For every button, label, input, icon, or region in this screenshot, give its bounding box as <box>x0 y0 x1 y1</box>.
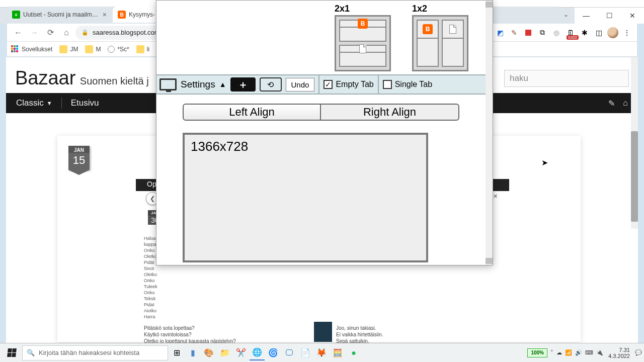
ext-icon[interactable]: ⧉ <box>536 27 548 39</box>
bookmark-jm[interactable]: JM <box>59 45 78 53</box>
thumbnail <box>314 322 332 342</box>
tabresize-overlay: 2x1 B 1x2 B Settings ▲ ＋ ⟲ Undo ✓Empty T… <box>156 0 493 265</box>
ext-icon[interactable]: ◎ <box>550 27 562 39</box>
undo-button[interactable]: Undo <box>286 78 315 92</box>
maximize-button[interactable]: ☐ <box>598 8 621 24</box>
taskbar-app[interactable]: ▮ <box>185 345 200 360</box>
date-badge: JAN 15 <box>68 146 90 170</box>
chevron-up-icon[interactable]: ▲ <box>219 80 226 88</box>
add-button[interactable]: ＋ <box>230 77 256 92</box>
blog-title[interactable]: Bazaar <box>15 67 75 88</box>
home-button[interactable]: ⌂ <box>59 26 73 40</box>
forward-button[interactable]: → <box>27 26 41 40</box>
close-button[interactable]: ✕ <box>621 8 644 24</box>
search-icon: 🔍 <box>27 349 35 356</box>
bookmark-m[interactable]: M <box>85 45 101 53</box>
single-tab-checkbox[interactable]: Single Tab <box>383 80 432 89</box>
taskbar: 🔍Kirjoita tähän hakeaksesi kohteista ⊞ ▮… <box>0 343 644 362</box>
empty-tab-checkbox[interactable]: ✓Empty Tab <box>324 80 373 89</box>
bottom-text: Pitäiskö sota lopettaa?Käytkö ravintoloi… <box>144 325 236 343</box>
power-icon[interactable]: 🔌 <box>596 349 603 356</box>
right-bottom-text: Joo, sinun takiasi.Ei vaikka hirtettäisi… <box>336 325 383 343</box>
left-align-button[interactable]: Left Align <box>183 104 321 121</box>
menu-icon[interactable]: ⋮ <box>621 27 633 39</box>
notifications-icon[interactable]: 💬 <box>635 349 642 356</box>
battery-indicator[interactable]: 100% <box>527 348 547 357</box>
taskbar-app[interactable]: 🧮 <box>330 345 345 360</box>
start-button[interactable] <box>2 343 21 363</box>
left-text-list: HaluakappaOnkoOletkoPidätSivotOletkoOnko… <box>144 235 157 320</box>
extensions-icon[interactable]: ✱ <box>579 27 591 39</box>
cursor-icon: ➤ <box>541 158 548 167</box>
blog-subtitle: Suomen kieltä j <box>80 75 149 86</box>
taskbar-app[interactable]: 🎨 <box>201 345 216 360</box>
overlay-scrollbar[interactable] <box>486 1 493 265</box>
search-input[interactable]: haku <box>504 70 629 87</box>
nav-etusivu[interactable]: Etusivu <box>71 98 99 108</box>
onedrive-icon[interactable]: ☁ <box>556 349 562 356</box>
notepad-icon[interactable]: 📄 <box>298 345 313 360</box>
settings-label[interactable]: Settings <box>181 79 215 90</box>
spotify-icon[interactable]: ● <box>346 345 361 360</box>
minimize-button[interactable]: — <box>575 8 598 24</box>
profile-avatar[interactable] <box>607 27 619 39</box>
tabresize-icon[interactable]: ◩ <box>494 27 506 39</box>
tab-title: Uutiset - Suomi ja maailma - Suo <box>23 11 99 18</box>
taskbar-app[interactable]: 🦊 <box>314 345 329 360</box>
clock[interactable]: 7.31 4.3.2022 <box>606 347 632 359</box>
ext-badge-icon[interactable]: 🗓0332 <box>565 27 577 39</box>
tab-favicon-icon: il <box>12 11 20 19</box>
monitor-icon[interactable] <box>159 78 177 90</box>
taskview-icon[interactable]: ⊞ <box>169 345 184 360</box>
chrome-icon[interactable]: 🌐 <box>250 345 265 360</box>
wifi-icon[interactable]: 📶 <box>565 349 572 356</box>
tray-chevron-icon[interactable]: ˄ <box>550 349 553 356</box>
lock-icon: 🔒 <box>82 29 89 36</box>
taskbar-app[interactable]: 🖵 <box>282 345 297 360</box>
reload-button[interactable]: ⟳ <box>43 26 57 40</box>
bookmark-li[interactable]: li <box>136 45 149 53</box>
resolution-box[interactable]: 1366x728 <box>183 133 428 262</box>
right-align-button[interactable]: Right Align <box>321 104 459 121</box>
overlay-toolbar: Settings ▲ ＋ ⟲ Undo ✓Empty Tab Single Ta… <box>156 74 493 95</box>
tab-close-icon[interactable]: × <box>102 11 108 19</box>
apps-bookmark[interactable]: Sovellukset <box>11 45 52 53</box>
bookmark-sc[interactable]: *Sc* <box>108 46 129 53</box>
edge-icon[interactable]: 🌀 <box>266 345 281 360</box>
tab-favicon-icon: B <box>118 11 126 19</box>
preset-2x1[interactable]: 2x1 B <box>335 4 391 71</box>
scroll-down-icon[interactable] <box>486 258 493 264</box>
reload-button[interactable]: ⟲ <box>260 77 282 92</box>
file-explorer-icon[interactable]: 📁 <box>217 345 232 360</box>
pencil-icon[interactable]: ✎ <box>508 27 520 39</box>
ext-icon[interactable] <box>522 27 534 39</box>
language-indicator[interactable]: ⌨ <box>585 349 593 356</box>
tabs-chevron-icon[interactable]: ⌄ <box>564 11 569 18</box>
page-scrollbar-thumb[interactable] <box>631 131 638 222</box>
home-icon[interactable]: ⌂ <box>623 99 628 108</box>
scroll-up-icon[interactable] <box>486 2 493 8</box>
volume-icon[interactable]: 🔊 <box>575 349 582 356</box>
browser-tab-1[interactable]: il Uutiset - Suomi ja maailma - Suo × <box>7 7 113 23</box>
edit-icon[interactable]: ✎ <box>608 99 615 108</box>
nav-classic[interactable]: Classic▼ <box>16 98 52 108</box>
window-controls: — ☐ ✕ <box>575 8 644 24</box>
back-button[interactable]: ← <box>11 26 25 40</box>
sidepanel-icon[interactable]: ◫ <box>593 27 605 39</box>
preset-1x2[interactable]: 1x2 B <box>412 4 468 71</box>
popup-close-icon[interactable]: ✕ <box>493 193 500 200</box>
taskbar-app[interactable]: ✂️ <box>233 345 249 360</box>
taskbar-search[interactable]: 🔍Kirjoita tähän hakeaksesi kohteista <box>22 345 168 360</box>
